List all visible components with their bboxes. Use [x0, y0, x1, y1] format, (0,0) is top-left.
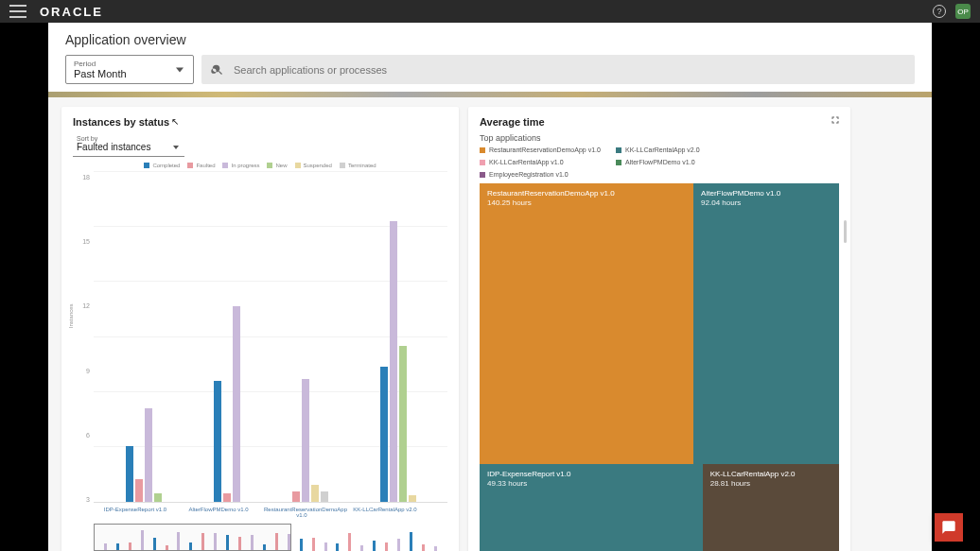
page-title: Application overview	[65, 32, 915, 47]
sortby-select[interactable]: Sort by Faulted instances	[73, 133, 184, 157]
cell-name: KK-LLCarRentalApp v2.0	[710, 470, 831, 479]
sortby-label: Sort by	[77, 135, 181, 142]
search-wrap[interactable]	[201, 55, 915, 84]
cell-hours: 28.81 hours	[710, 479, 831, 489]
bar-legend: CompletedFaultedIn progressNewSuspendedT…	[73, 163, 447, 168]
tree-legend: RestaurantReservationDemoApp v1.0KK-LLCa…	[480, 146, 839, 178]
yaxis-label: Instances	[68, 303, 74, 328]
treemap-cell[interactable]: IDP-ExpenseReport v1.0 49.33 hours	[480, 464, 703, 551]
search-icon	[211, 63, 224, 77]
card-title: Average time	[480, 116, 839, 128]
period-label: Period	[74, 60, 185, 68]
chat-fab[interactable]	[935, 513, 963, 542]
card-title: Instances by status	[73, 116, 447, 128]
plot-area	[94, 172, 447, 503]
instances-card: Instances by status Sort by Faulted inst…	[61, 107, 459, 551]
search-input[interactable]	[234, 64, 905, 76]
bar-chart[interactable]: Instances 181512963	[73, 172, 447, 503]
page-header: Application overview Period Past Month	[48, 23, 932, 92]
cell-name: IDP-ExpenseReport v1.0	[487, 470, 695, 479]
brush-selection[interactable]	[94, 524, 291, 551]
legend-scrollbar[interactable]	[844, 220, 847, 243]
chat-icon	[941, 520, 956, 535]
cell-name: AlterFlowPMDemo v1.0	[701, 189, 831, 198]
expand-icon[interactable]	[830, 114, 841, 126]
treemap-cell[interactable]: RestaurantReservationDemoApp v1.0 140.25…	[480, 183, 693, 464]
treemap-cell[interactable]: AlterFlowPMDemo v1.0 92.04 hours	[693, 183, 839, 464]
cell-name: RestaurantReservationDemoApp v1.0	[487, 189, 686, 198]
brush-overview[interactable]	[94, 524, 447, 551]
avgtime-card: Average time Top applications Restaurant…	[468, 107, 850, 551]
hamburger-menu[interactable]	[9, 5, 26, 18]
cell-hours: 49.33 hours	[487, 479, 695, 489]
treemap[interactable]: RestaurantReservationDemoApp v1.0 140.25…	[480, 183, 839, 551]
topbar: ORACLE ? OP	[0, 0, 980, 23]
yaxis: 181512963	[73, 172, 94, 503]
card-subtitle: Top applications	[480, 133, 839, 143]
brand-logo: ORACLE	[40, 5, 103, 19]
help-icon[interactable]: ?	[933, 5, 946, 18]
cell-hours: 92.04 hours	[701, 198, 831, 208]
avatar[interactable]: OP	[955, 4, 971, 19]
sortby-value: Faulted instances	[77, 142, 181, 152]
cell-hours: 140.25 hours	[487, 198, 686, 208]
period-value: Past Month	[74, 68, 185, 79]
xaxis: IDP-ExpenseReport v1.0AlterFlowPMDemo v1…	[73, 507, 447, 518]
period-select[interactable]: Period Past Month	[65, 55, 194, 84]
treemap-cell[interactable]: KK-LLCarRentalApp v2.0 28.81 hours	[703, 464, 839, 551]
